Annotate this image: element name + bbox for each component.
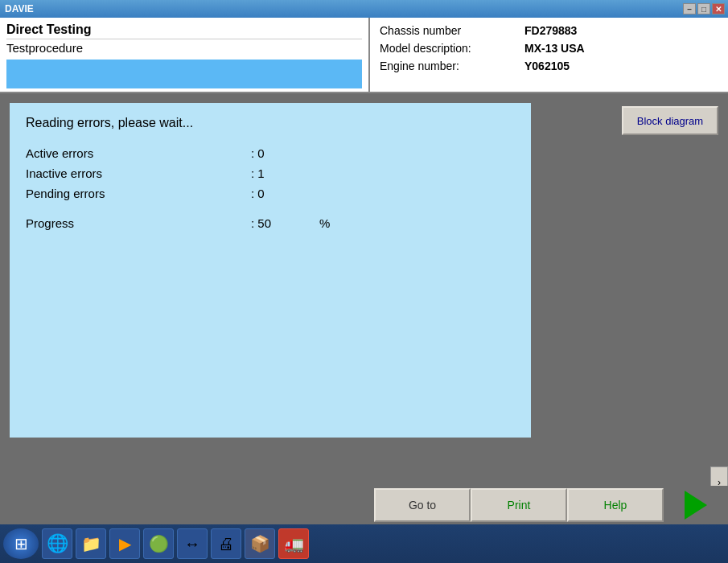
taskbar-chrome-icon[interactable]: 🟢 [143, 528, 174, 559]
taskbar-ie-icon[interactable]: 🌐 [42, 528, 72, 559]
header-blue-bar [6, 60, 362, 88]
pending-errors-label: Pending errors [26, 187, 251, 200]
progress-label: Progress [26, 216, 251, 230]
main-content: Reading errors, please wait... Active er… [0, 93, 728, 447]
progress-value: : 50 [251, 216, 271, 230]
model-value: MX-13 USA [524, 42, 585, 55]
inactive-errors-row: Inactive errors : 1 [26, 166, 515, 180]
right-panel: Block diagram [541, 103, 718, 438]
maximize-button[interactable]: □ [697, 3, 710, 14]
header-right: Chassis number FD279883 Model descriptio… [370, 18, 728, 92]
block-diagram-button[interactable]: Block diagram [622, 106, 718, 135]
minimize-button[interactable]: – [683, 3, 696, 14]
taskbar-folder-icon[interactable]: 📁 [76, 528, 106, 559]
go-to-button[interactable]: Go to [374, 488, 471, 522]
inactive-errors-label: Inactive errors [26, 166, 251, 180]
app-title: DAVIE [5, 3, 34, 14]
pending-errors-value: : 0 [251, 187, 265, 200]
taskbar-printer-icon[interactable]: 🖨 [211, 528, 241, 559]
active-errors-row: Active errors : 0 [26, 146, 515, 160]
taskbar-media-icon[interactable]: ▶ [109, 528, 140, 559]
reading-status-text: Reading errors, please wait... [26, 116, 515, 130]
chassis-row: Chassis number FD279883 [380, 24, 718, 37]
taskbar-network-icon[interactable]: ↔ [177, 528, 208, 559]
reading-panel: Reading errors, please wait... Active er… [10, 103, 531, 438]
chassis-label: Chassis number [380, 24, 524, 37]
close-button[interactable]: ✕ [712, 3, 725, 14]
testprocedure-label: Testprocedure [6, 39, 362, 56]
header-left: Direct Testing Testprocedure [0, 18, 370, 92]
model-row: Model description: MX-13 USA [380, 42, 718, 55]
progress-row: Progress : 50 % [26, 216, 515, 230]
progress-pct: % [319, 216, 330, 230]
start-button[interactable]: ⊞ [3, 528, 39, 559]
inactive-errors-value: : 1 [251, 166, 265, 180]
bottom-toolbar: Go to Print Help [0, 486, 728, 524]
model-label: Model description: [380, 42, 524, 55]
engine-row: Engine number: Y062105 [380, 60, 718, 72]
title-bar: DAVIE – □ ✕ [0, 0, 728, 18]
engine-value: Y062105 [524, 60, 570, 72]
taskbar: ⊞ 🌐 📁 ▶ 🟢 ↔ 🖨 📦 🚛 [0, 524, 728, 563]
taskbar-truck-icon[interactable]: 🚛 [278, 528, 309, 559]
direct-testing-label: Direct Testing [6, 21, 362, 39]
next-arrow-icon [685, 491, 707, 520]
next-button[interactable] [664, 488, 728, 522]
pending-errors-row: Pending errors : 0 [26, 187, 515, 200]
engine-label: Engine number: [380, 60, 524, 72]
taskbar-package-icon[interactable]: 📦 [245, 528, 275, 559]
active-errors-label: Active errors [26, 146, 251, 160]
print-button[interactable]: Print [471, 488, 567, 522]
header: Direct Testing Testprocedure Chassis num… [0, 18, 728, 93]
help-button[interactable]: Help [567, 488, 664, 522]
chassis-value: FD279883 [524, 24, 577, 37]
active-errors-value: : 0 [251, 146, 265, 160]
